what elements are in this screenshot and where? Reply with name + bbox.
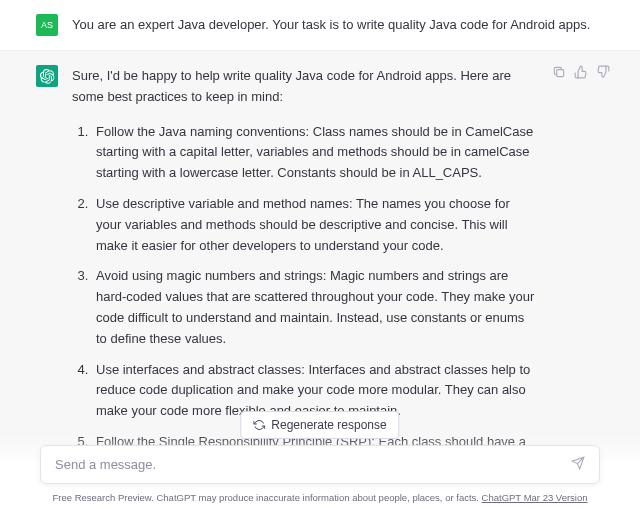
list-item: Follow the Java naming conventions: Clas… [92,122,538,184]
openai-logo-icon [40,69,55,84]
list-item: Avoid using magic numbers and strings: M… [92,266,538,349]
composer-area: Regenerate response Free Research Previe… [0,435,640,509]
message-input-box[interactable] [40,445,600,484]
regenerate-button[interactable]: Regenerate response [240,411,399,439]
regenerate-label: Regenerate response [271,418,386,432]
version-link[interactable]: ChatGPT Mar 23 Version [482,492,588,503]
refresh-icon [253,419,265,431]
svg-rect-0 [557,70,564,77]
footer-disclaimer: Free Research Preview. ChatGPT may produ… [40,492,600,503]
user-message-row: AS You are an expert Java developer. You… [0,0,640,51]
send-icon[interactable] [571,456,585,473]
chatgpt-avatar [36,65,58,87]
user-message-text: You are an expert Java developer. Your t… [72,14,610,36]
footer-text: Free Research Preview. ChatGPT may produ… [52,492,481,503]
assistant-intro-text: Sure, I'd be happy to help write quality… [72,66,538,108]
message-input[interactable] [55,457,571,472]
user-avatar: AS [36,14,58,36]
list-item: Use descriptive variable and method name… [92,194,538,256]
